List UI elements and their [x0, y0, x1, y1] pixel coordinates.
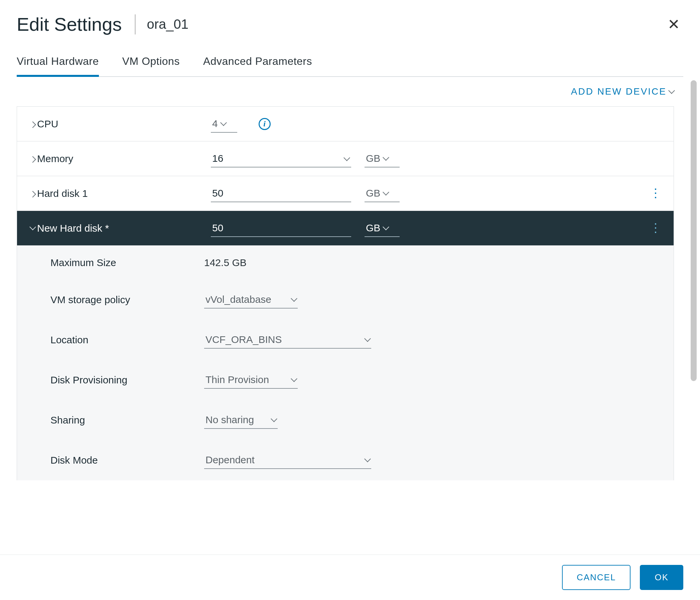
cpu-label: CPU: [37, 118, 211, 130]
chevron-down-icon: [382, 154, 389, 161]
memory-row[interactable]: Memory GB: [17, 141, 674, 176]
disk-mode-value: Dependent: [205, 454, 255, 465]
disk-provisioning-select[interactable]: Thin Provision: [204, 371, 298, 389]
chevron-down-icon[interactable]: [27, 223, 37, 234]
hard-disk-1-unit-select[interactable]: GB: [365, 185, 400, 202]
dialog-header: Edit Settings ora_01 ✕: [0, 0, 700, 39]
title-separator: [135, 15, 135, 34]
dialog-title: Edit Settings: [17, 14, 135, 35]
hard-disk-1-label: Hard disk 1: [37, 188, 211, 199]
cancel-button[interactable]: CANCEL: [562, 565, 630, 590]
chevron-right-icon[interactable]: [27, 188, 37, 199]
memory-unit-select[interactable]: GB: [365, 150, 400, 167]
chevron-down-icon: [220, 119, 227, 126]
hard-disk-1-actions-icon[interactable]: ⋮: [648, 191, 664, 195]
detail-row-location: Location VCF_ORA_BINS: [17, 320, 674, 360]
detail-label: VM storage policy: [50, 294, 204, 306]
chevron-down-icon: [271, 415, 277, 422]
new-hard-disk-actions-icon[interactable]: ⋮: [648, 226, 664, 230]
tabs: Virtual Hardware VM Options Advanced Par…: [17, 55, 683, 77]
info-icon[interactable]: i: [259, 118, 271, 130]
detail-row-storage-policy: VM storage policy vVol_database: [17, 280, 674, 320]
disk-mode-select[interactable]: Dependent: [204, 452, 371, 469]
close-icon[interactable]: ✕: [664, 14, 683, 35]
add-new-device-button[interactable]: ADD NEW DEVICE: [571, 86, 674, 97]
sharing-value: No sharing: [205, 414, 254, 426]
detail-row-max-size: Maximum Size 142.5 GB: [17, 246, 674, 280]
vm-storage-policy-select[interactable]: vVol_database: [204, 291, 298, 309]
chevron-right-icon[interactable]: [27, 153, 37, 164]
vm-name: ora_01: [147, 17, 189, 32]
chevron-right-icon[interactable]: [27, 119, 37, 129]
cpu-count-value: 4: [212, 118, 218, 129]
hard-disk-1-row[interactable]: Hard disk 1 GB ⋮: [17, 176, 674, 211]
location-select[interactable]: VCF_ORA_BINS: [204, 331, 371, 349]
sharing-select[interactable]: No sharing: [204, 411, 278, 429]
add-new-device-label: ADD NEW DEVICE: [571, 86, 667, 97]
new-hard-disk-unit-select[interactable]: GB: [365, 220, 400, 237]
memory-label: Memory: [37, 153, 211, 165]
chevron-down-icon: [668, 87, 675, 94]
detail-label: Sharing: [50, 414, 204, 426]
chevron-down-icon: [382, 189, 389, 195]
new-hard-disk-unit-value: GB: [366, 222, 380, 234]
ok-button[interactable]: OK: [640, 565, 683, 590]
chevron-down-icon: [291, 295, 297, 302]
tab-vm-options[interactable]: VM Options: [122, 55, 180, 77]
disk-provisioning-value: Thin Provision: [205, 374, 269, 385]
detail-label: Disk Provisioning: [50, 375, 204, 386]
location-value: VCF_ORA_BINS: [205, 334, 282, 345]
cpu-count-select[interactable]: 4: [211, 115, 237, 133]
maximum-size-value: 142.5 GB: [204, 257, 247, 268]
detail-label: Maximum Size: [50, 257, 204, 268]
detail-label: Disk Mode: [50, 455, 204, 466]
detail-row-disk-mode: Disk Mode Dependent: [17, 440, 674, 480]
chevron-down-icon: [291, 375, 297, 382]
chevron-down-icon: [382, 224, 389, 230]
hardware-list: CPU 4 i Memory: [17, 106, 674, 480]
scrollbar-thumb[interactable]: [691, 80, 697, 381]
tab-advanced-parameters[interactable]: Advanced Parameters: [203, 55, 312, 77]
memory-unit-value: GB: [366, 153, 380, 164]
new-hard-disk-size-input[interactable]: [211, 220, 351, 237]
hard-disk-1-unit-value: GB: [366, 188, 380, 199]
hard-disk-1-size-input[interactable]: [211, 185, 351, 202]
new-hard-disk-row[interactable]: New Hard disk * GB ⋮: [17, 211, 674, 246]
tab-virtual-hardware[interactable]: Virtual Hardware: [17, 55, 99, 77]
vm-storage-policy-value: vVol_database: [205, 294, 271, 305]
detail-row-sharing: Sharing No sharing: [17, 400, 674, 440]
new-hard-disk-details: Maximum Size 142.5 GB VM storage policy …: [17, 246, 674, 480]
edit-settings-dialog: Edit Settings ora_01 ✕ Virtual Hardware …: [0, 0, 700, 600]
memory-size-input[interactable]: [211, 150, 351, 167]
chevron-down-icon: [364, 456, 371, 462]
scrollbar-track[interactable]: [691, 80, 697, 555]
new-hard-disk-label: New Hard disk *: [37, 223, 211, 234]
chevron-down-icon: [364, 335, 371, 342]
detail-label: Location: [50, 334, 204, 345]
cpu-row[interactable]: CPU 4 i: [17, 106, 674, 141]
dialog-footer: CANCEL OK: [0, 555, 700, 600]
detail-row-disk-provisioning: Disk Provisioning Thin Provision: [17, 360, 674, 400]
